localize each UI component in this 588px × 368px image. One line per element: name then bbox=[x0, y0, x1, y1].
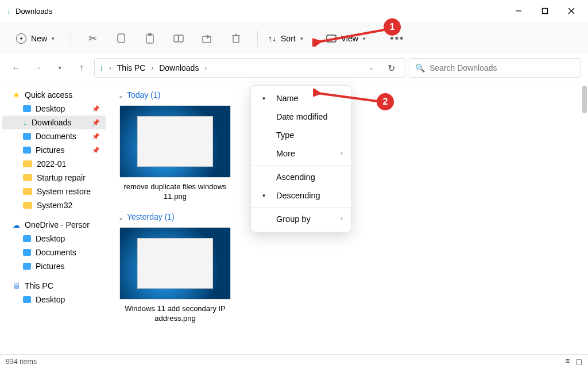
share-button[interactable] bbox=[196, 28, 218, 49]
chevron-right-icon: › bbox=[202, 64, 209, 71]
menu-item-type[interactable]: Type bbox=[251, 126, 351, 144]
svg-rect-1 bbox=[543, 9, 548, 14]
sidebar-label: Pictures bbox=[36, 145, 65, 155]
sidebar-desktop[interactable]: Desktop📌 bbox=[2, 102, 106, 116]
menu-item-descending[interactable]: Descending bbox=[251, 186, 351, 205]
toolbar: + New ▾ ✂ ↑↓ Sort ▾ View ▾ bbox=[0, 22, 588, 54]
maximize-button[interactable] bbox=[532, 2, 558, 20]
sidebar-downloads[interactable]: ↓Downloads📌 bbox=[2, 116, 106, 129]
paste-button[interactable] bbox=[139, 28, 161, 49]
status-bar: 934 items ≡ ▢ bbox=[0, 354, 588, 368]
svg-rect-10 bbox=[233, 36, 239, 43]
up-button[interactable]: ↑ bbox=[72, 59, 91, 77]
documents-icon bbox=[23, 249, 31, 256]
sidebar-od-documents[interactable]: Documents bbox=[2, 246, 106, 259]
chevron-right-icon: › bbox=[149, 64, 156, 71]
sidebar-folder[interactable]: System restore bbox=[2, 185, 106, 198]
desktop-icon bbox=[23, 105, 31, 112]
sidebar-documents[interactable]: Documents📌 bbox=[2, 129, 106, 143]
svg-rect-6 bbox=[148, 33, 152, 36]
group-label: Yesterday (1) bbox=[127, 212, 175, 221]
tiles-view-button[interactable]: ▢ bbox=[575, 357, 582, 366]
rename-button[interactable] bbox=[168, 28, 189, 49]
back-button[interactable]: ← bbox=[7, 59, 25, 77]
file-item[interactable]: remove duplicate files windows 11.png bbox=[119, 105, 231, 202]
close-button[interactable] bbox=[558, 2, 585, 20]
sidebar-quick-access[interactable]: ★Quick access bbox=[2, 88, 106, 102]
recent-button[interactable]: ▾ bbox=[51, 59, 69, 77]
svg-rect-7 bbox=[174, 35, 179, 42]
svg-line-15 bbox=[318, 93, 377, 101]
sidebar-folder[interactable]: System32 bbox=[2, 198, 106, 212]
annotation-marker-1: 1 bbox=[384, 18, 401, 36]
cut-button[interactable]: ✂ bbox=[82, 28, 103, 49]
refresh-button[interactable]: ↻ bbox=[382, 59, 400, 77]
sidebar-onedrive[interactable]: ☁OneDrive - Persor bbox=[2, 218, 106, 232]
folder-icon bbox=[23, 174, 32, 181]
sidebar-this-pc[interactable]: 🖥This PC bbox=[2, 279, 106, 293]
scrollbar-thumb[interactable] bbox=[582, 86, 587, 113]
sidebar-folder[interactable]: Startup repair bbox=[2, 171, 106, 185]
back-icon: ← bbox=[11, 63, 21, 73]
status-count: 934 items bbox=[6, 358, 37, 366]
sidebar-od-desktop[interactable]: Desktop bbox=[2, 232, 106, 246]
explorer-window: ↓ Downloads + New ▾ ✂ bbox=[0, 0, 588, 368]
group-label: Today (1) bbox=[127, 90, 160, 99]
folder-icon bbox=[23, 188, 32, 195]
sidebar-label: Desktop bbox=[36, 234, 65, 243]
menu-label: Group by bbox=[276, 214, 311, 224]
file-item[interactable]: Windows 11 add secondary IP address.png bbox=[119, 227, 231, 324]
copy-button[interactable] bbox=[110, 28, 132, 49]
chevron-down-icon: ▾ bbox=[300, 36, 303, 41]
new-button[interactable]: + New ▾ bbox=[10, 30, 60, 47]
forward-button[interactable]: → bbox=[29, 59, 47, 77]
menu-item-date[interactable]: Date modified bbox=[251, 108, 351, 126]
delete-button[interactable] bbox=[225, 28, 247, 49]
breadcrumb-seg[interactable]: This PC bbox=[117, 63, 146, 72]
window-title: Downloads bbox=[16, 7, 52, 16]
breadcrumb-seg[interactable]: Downloads bbox=[159, 63, 199, 72]
clipboard-icon bbox=[145, 33, 155, 44]
sidebar-pc-desktop[interactable]: Desktop bbox=[2, 293, 106, 306]
details-view-button[interactable]: ≡ bbox=[566, 357, 570, 366]
menu-item-more[interactable]: More› bbox=[251, 144, 351, 163]
sort-button[interactable]: ↑↓ Sort ▾ bbox=[268, 34, 303, 43]
search-icon: 🔍 bbox=[415, 63, 425, 72]
svg-rect-5 bbox=[146, 34, 153, 43]
minimize-button[interactable] bbox=[505, 2, 532, 20]
sidebar-label: System32 bbox=[37, 201, 72, 210]
sidebar-folder[interactable]: 2022-01 bbox=[2, 157, 106, 171]
search-box[interactable]: 🔍 bbox=[409, 58, 581, 78]
status-view-toggle: ≡ ▢ bbox=[566, 357, 582, 366]
annotation-arrow bbox=[313, 89, 382, 108]
up-icon: ↑ bbox=[79, 63, 84, 73]
chevron-down-icon: ⌄ bbox=[118, 214, 123, 221]
chevron-right-icon: › bbox=[107, 64, 114, 71]
sidebar-pictures[interactable]: Pictures📌 bbox=[2, 143, 106, 157]
sidebar-label: Quick access bbox=[25, 90, 72, 99]
window-controls bbox=[505, 2, 585, 20]
menu-label: More bbox=[276, 149, 295, 158]
chevron-down-icon: ▾ bbox=[59, 65, 61, 71]
search-input[interactable] bbox=[430, 63, 575, 72]
file-name: Windows 11 add secondary IP address.png bbox=[119, 304, 231, 324]
close-icon bbox=[568, 7, 575, 14]
pictures-icon bbox=[23, 263, 31, 270]
address-bar[interactable]: ↓ › This PC › Downloads › ⌄ ↻ bbox=[94, 58, 405, 78]
menu-separator bbox=[251, 207, 351, 208]
desktop-icon bbox=[23, 235, 31, 242]
menu-label: Type bbox=[276, 131, 294, 140]
plus-icon: + bbox=[16, 33, 26, 44]
pictures-icon bbox=[23, 147, 31, 154]
chevron-down-icon: ▾ bbox=[52, 36, 55, 41]
desktop-icon bbox=[23, 296, 31, 303]
maximize-icon bbox=[541, 7, 548, 14]
addr-dropdown[interactable]: ⌄ bbox=[362, 59, 381, 77]
minimize-icon bbox=[515, 7, 522, 14]
share-icon bbox=[202, 33, 213, 44]
menu-item-groupby[interactable]: Group by› bbox=[251, 210, 351, 228]
sidebar-od-pictures[interactable]: Pictures bbox=[2, 259, 106, 273]
menu-separator bbox=[251, 165, 351, 166]
sidebar: ★Quick access Desktop📌 ↓Downloads📌 Docum… bbox=[0, 82, 108, 354]
menu-item-ascending[interactable]: Ascending bbox=[251, 168, 351, 186]
